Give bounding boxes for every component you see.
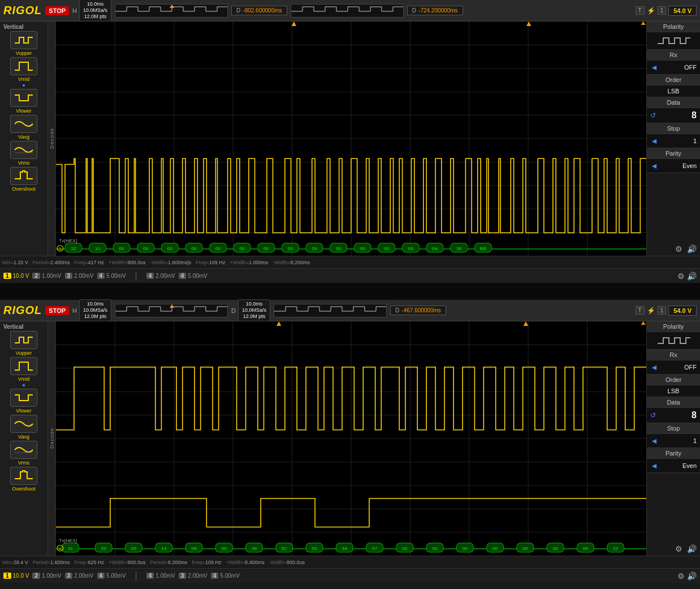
waveform-preview-3 [115,304,228,317]
parity-text-1: Even [682,162,697,169]
stat-pwidth1-2: +Width<800.0us [109,560,146,565]
svg-text:00: 00 [288,246,293,251]
sidebar-bottom-icons-2: ⚙ 🔊 [647,542,700,556]
vmid-label-2: Vmid [1,376,46,382]
stop-button-2[interactable]: STOP [45,306,69,315]
data-value-2: ↺ 8 [647,408,700,423]
vertical-label-2: Vertical [1,324,24,330]
indicator-dot-1 [23,84,25,87]
h-label-2: H [72,307,77,314]
sound-icon-2[interactable]: 🔊 [687,544,697,553]
svg-text:38: 38 [252,545,257,551]
svg-text:1: 1 [59,246,61,251]
lightning-icon-1: ⚡ [647,7,655,15]
vmid-btn-2[interactable] [10,357,37,375]
ch4b-indicator-1: 4 2.00mV [146,273,175,279]
polarity-value-1 [647,32,700,49]
parity-title-1: Parity [647,148,700,159]
stats-bar-1: Min=1.20 V Period=2.400ms Freq=417 Hz +W… [0,256,700,268]
data-refresh-icon-2[interactable]: ↺ [650,411,656,419]
rx-left-arrow-2[interactable]: ◄ [650,363,658,372]
cursor2-1: D -724.200000ms [407,6,463,15]
waveform-container-1: 32 10 00 00 00 00 00 00 [56,22,646,256]
overshoot-btn-1[interactable] [10,167,37,185]
volt-display-1: 54.0 V [668,6,697,16]
ch4-indicator-2: 4 5.00mV [97,573,126,579]
vupper-btn-2[interactable] [10,331,37,349]
sound-icon-1[interactable]: 🔊 [687,244,697,253]
svg-text:00: 00 [312,545,317,551]
channel-settings-2[interactable]: ⚙ 🔊 [677,571,697,581]
svg-text:00: 00 [119,246,124,251]
vlower-label-1: Vlower [1,108,46,114]
vavg-btn-1[interactable] [10,115,37,133]
stat-min-1: Min=1.20 V [2,260,28,265]
t-label-2: T [636,306,645,315]
svg-text:20: 20 [101,545,106,551]
stop-left-arrow-2[interactable]: ◄ [650,436,658,445]
polarity-section-1: Polarity [647,22,700,50]
svg-text:00: 00 [402,545,408,551]
rx-section-2: Rx ◄ OFF [647,350,700,375]
ch3-indicator-2: 3 2.00mV [65,573,94,579]
parity-left-arrow-2[interactable]: ◄ [650,461,658,470]
stop-button-1[interactable]: STOP [45,6,69,15]
vertical-label-1: Vertical [1,24,24,30]
vavg-label-2: Vavg [1,434,46,440]
stop-left-arrow-1[interactable]: ◄ [650,136,658,145]
vmid-btn-1[interactable] [10,57,37,75]
svg-text:39: 39 [312,246,317,251]
order-value-1: LSB [647,85,700,97]
svg-text:00: 00 [492,545,498,551]
channel-settings-1[interactable]: ⚙ 🔊 [677,272,697,281]
svg-text:00: 00 [215,246,221,251]
decode-sidebar-2: Polarity Rx ◄ OFF [646,321,700,556]
decode-tab-vertical-2: Decode [48,321,56,556]
parity-left-arrow-1[interactable]: ◄ [650,161,658,170]
data-refresh-icon-1[interactable]: ↺ [650,111,656,119]
t-label-1: T [636,6,645,15]
stat-nwidth2-2: -Width<800.0us [269,560,305,565]
vrms-label-2: Vrms [1,460,46,466]
rx-left-arrow-1[interactable]: ◄ [650,63,658,72]
polarity-value-2 [647,332,700,349]
svg-text:10: 10 [95,246,101,251]
parity-text-2: Even [682,462,697,469]
stat-freq2-2: Freq=109 Hz [192,560,221,565]
stat-freq2-1: Freq=109 Hz [196,260,225,265]
svg-text:00: 00 [522,545,528,551]
ch3b-indicator-2: 3 2.00mV [179,573,208,579]
vlower-btn-2[interactable] [10,389,37,407]
settings-icon-1[interactable]: ⚙ [675,244,682,253]
rx-section-1: Rx ◄ OFF [647,50,700,75]
ch2-indicator-2: 2 1.00mV [32,573,61,579]
overshoot-btn-2[interactable] [10,467,37,485]
svg-text:14: 14 [161,545,167,551]
vrms-btn-1[interactable] [10,141,37,159]
waveform-preview-1 [115,4,228,18]
vrms-btn-2[interactable] [10,441,37,459]
main-content-2: Vertical Vupper Vmid Vlower Vavg Vrms [0,321,700,556]
vupper-btn-1[interactable] [10,31,37,49]
svg-text:00: 00 [131,545,137,551]
stop-text-1: 1 [693,137,697,144]
vavg-btn-2[interactable] [10,415,37,433]
settings-icon-2[interactable]: ⚙ [675,544,682,553]
data-section-1: Data ↺ 8 [647,97,700,123]
vertical-panel-1: Vertical Vupper Vmid Vlower Vavg Vrms [0,22,48,256]
svg-text:08: 08 [191,545,197,551]
svg-text:32: 32 [71,246,76,251]
decode-controls-2: Polarity Rx ◄ OFF [647,321,700,542]
svg-text:00: 00 [239,246,245,251]
svg-text:1: 1 [59,546,61,551]
ch1-indicator-1: 1 10.0 V [3,273,29,279]
svg-text:00: 00 [384,246,390,251]
ch4c-indicator-2: 4 5.00mV [211,573,240,579]
data-title-2: Data [647,397,700,408]
vlower-btn-1[interactable] [10,89,37,107]
svg-text:00: 00 [336,246,342,251]
volt-display-2: 54.0 V [668,306,697,316]
svg-text:36: 36 [456,246,462,251]
svg-text:00: 00 [360,246,366,251]
vrms-label-1: Vrms [1,160,46,166]
